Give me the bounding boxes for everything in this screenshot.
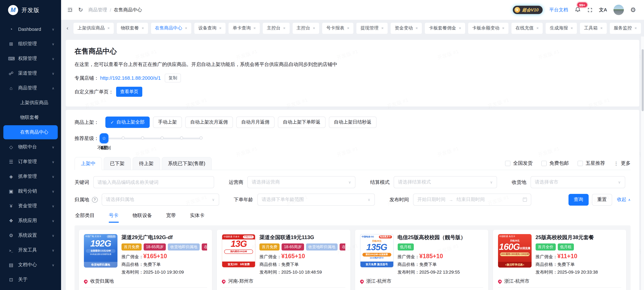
sidebar-item[interactable]: 物联中台 xyxy=(3,140,58,154)
page-tab[interactable]: 设备查询 × xyxy=(194,23,226,34)
order-age-select[interactable]: 请选择下单年龄范围 ∨ xyxy=(257,194,375,206)
page-tab[interactable]: 资金变动 × xyxy=(391,23,422,34)
sidebar-item[interactable]: Dashboard xyxy=(3,22,58,36)
page-tab[interactable]: 服务监控 × xyxy=(610,23,641,34)
page-tab[interactable]: 主控台 × xyxy=(292,23,319,34)
quick-filter-checkbox[interactable]: 免费包邮 xyxy=(541,160,569,166)
page-tab[interactable]: 在线充值 × xyxy=(512,23,543,34)
notifications-button[interactable]: 99+ xyxy=(574,6,581,14)
collapse-filters-link[interactable]: 收起 ∧ xyxy=(617,197,630,203)
category-tab[interactable]: 全部类目 xyxy=(75,212,95,223)
close-icon[interactable]: × xyxy=(283,26,286,30)
close-icon[interactable]: × xyxy=(381,26,384,30)
close-icon[interactable]: × xyxy=(416,26,418,30)
sidebar-item[interactable]: 组织管理 xyxy=(3,37,58,51)
publish-date-range[interactable]: 开始日期时间 → 结束日期时间 xyxy=(413,194,531,206)
close-icon[interactable]: × xyxy=(219,26,222,30)
shelf-option-button[interactable]: ✓ 自动月月返佣 xyxy=(236,117,274,128)
gear-icon[interactable]: ⚙ xyxy=(630,6,636,14)
more-filters-button[interactable]: ⋮ 更多 xyxy=(614,160,630,166)
close-icon[interactable]: × xyxy=(347,26,349,30)
sidebar-item[interactable]: 订单管理 xyxy=(3,155,58,169)
star-slider[interactable]: ☆ xyxy=(104,133,201,143)
sidebar-item[interactable]: 权限管理 xyxy=(3,52,58,66)
status-tab[interactable]: 待上架 xyxy=(132,157,160,170)
attribution-select[interactable]: 请选择归属地 ∨ xyxy=(102,194,219,206)
shelf-option-button[interactable]: ✓ 手动上架 xyxy=(153,117,182,128)
sidebar-item[interactable]: 关于 xyxy=(3,273,58,287)
star-level-label[interactable]: 5星 xyxy=(100,145,108,151)
delivery-select[interactable]: 请选择省市 ∨ xyxy=(530,176,625,188)
operator-select[interactable]: 请选择运营商 ∨ xyxy=(247,176,356,188)
scrollbar-thumb[interactable] xyxy=(642,49,644,111)
star-slider-handle[interactable]: ☆ xyxy=(100,133,108,143)
vip-badge[interactable]: ★ 超会V10 xyxy=(512,5,543,14)
slider-stop[interactable] xyxy=(160,136,164,140)
product-image[interactable]: 中国电信·5G 电信黑龙卡 月租29元 135G 通话200分钟+长期资费 18… xyxy=(360,234,394,268)
sidebar-item[interactable]: 开发工具 xyxy=(3,243,58,257)
sidebar-item[interactable]: 商品管理 xyxy=(3,81,58,95)
shelf-option-button[interactable]: ✓ 自动上架日结秒返 xyxy=(329,117,376,128)
close-icon[interactable]: × xyxy=(185,26,187,30)
status-tab[interactable]: 系统已下架(售罄) xyxy=(162,157,212,170)
sidebar-item[interactable]: 系统设置 xyxy=(3,228,58,242)
sidebar-item[interactable]: 文档中心 xyxy=(3,258,58,272)
shop-url-link[interactable]: http://192.168.1.88:2000/s/1 xyxy=(100,75,161,81)
page-tab[interactable]: 提现管理 × xyxy=(356,23,388,34)
copy-button[interactable]: 复制 xyxy=(165,74,181,82)
refresh-icon[interactable]: ↻ xyxy=(78,6,83,13)
product-image[interactable]: 中国联通·免充卡 月租29元 160G全国流量 130G通用+30G定向+100… xyxy=(498,234,532,268)
status-tab[interactable]: 上架中 xyxy=(74,157,102,170)
page-tab[interactable]: 单卡查询 × xyxy=(228,23,260,34)
close-icon[interactable]: × xyxy=(634,26,637,30)
category-tab[interactable]: 物联设备 xyxy=(132,212,152,223)
slider-stop[interactable] xyxy=(141,136,144,140)
checkbox-icon[interactable] xyxy=(541,160,547,166)
product-image[interactable]: 中国联通·手表卡 月租10元 13G 国内通话100分钟 首充100 6年资费 xyxy=(222,234,256,268)
page-tab[interactable]: 物联套餐 × xyxy=(117,23,148,34)
scrollbar[interactable] xyxy=(641,36,644,290)
tabs-scroll-left-icon[interactable]: ‹ xyxy=(64,25,70,31)
sidebar-item[interactable]: 物联套餐 xyxy=(3,111,58,125)
checkbox-icon[interactable] xyxy=(578,160,583,166)
category-tab[interactable]: 宽带 xyxy=(166,212,176,223)
sidebar-item[interactable]: 资金管理 xyxy=(3,199,58,213)
product-title[interactable]: 渠道全国联通19元113G xyxy=(260,234,345,241)
close-icon[interactable]: × xyxy=(108,26,110,30)
close-icon[interactable]: × xyxy=(502,26,504,30)
page-tab[interactable]: 卡板套餐佣金 × xyxy=(425,23,465,34)
close-icon[interactable]: × xyxy=(313,26,315,30)
product-title[interactable]: 渠道29元广电192G-df xyxy=(122,234,207,241)
sidebar-item[interactable]: 靓号分销 xyxy=(3,184,58,198)
platform-docs-link[interactable]: 平台文档 xyxy=(549,7,568,13)
page-tab[interactable]: 主控台 × xyxy=(263,23,290,34)
page-tab[interactable]: 卡板余额变动 × xyxy=(468,23,508,34)
breadcrumb-parent[interactable]: 商品管理 xyxy=(88,7,107,13)
page-tab[interactable]: 在售商品中心 × xyxy=(151,23,191,34)
sidebar-item[interactable]: 在售商品中心 xyxy=(3,125,58,139)
status-tab[interactable]: 已下架 xyxy=(104,157,131,170)
close-icon[interactable]: × xyxy=(600,26,602,30)
settle-mode-select[interactable]: 请选择结算模式 ∨ xyxy=(394,176,497,188)
avatar[interactable] xyxy=(614,5,624,15)
close-icon[interactable]: × xyxy=(253,26,256,30)
sidebar-item[interactable]: 上架供应商品 xyxy=(3,96,58,110)
slider-stop[interactable] xyxy=(180,136,183,140)
checkbox-icon[interactable] xyxy=(505,160,510,166)
product-title[interactable]: 25版高校校园月38元套餐 xyxy=(536,234,621,241)
keyword-input[interactable] xyxy=(93,176,214,188)
close-icon[interactable]: × xyxy=(570,26,573,30)
shelf-option-button[interactable]: ✓ 自动上架下单即返 xyxy=(278,117,326,128)
shelf-option-button[interactable]: ✓ 自动上架全部 xyxy=(106,117,150,128)
menu-collapse-icon[interactable] xyxy=(67,7,73,13)
help-icon[interactable]: ? xyxy=(92,197,98,202)
product-title[interactable]: 电信25版高校校园（靓号版） xyxy=(398,234,483,241)
translate-icon[interactable]: 文A xyxy=(599,7,607,13)
sidebar-item[interactable]: 抓单管理 xyxy=(3,169,58,183)
page-tab[interactable]: 上架供应商品 × xyxy=(74,23,114,34)
close-icon[interactable]: × xyxy=(142,26,144,30)
shelf-option-button[interactable]: ✓ 自动上架次月返佣 xyxy=(185,117,233,128)
slider-track[interactable] xyxy=(104,138,201,139)
close-icon[interactable]: × xyxy=(536,26,538,30)
page-tab[interactable]: 生成海报 × xyxy=(546,23,577,34)
